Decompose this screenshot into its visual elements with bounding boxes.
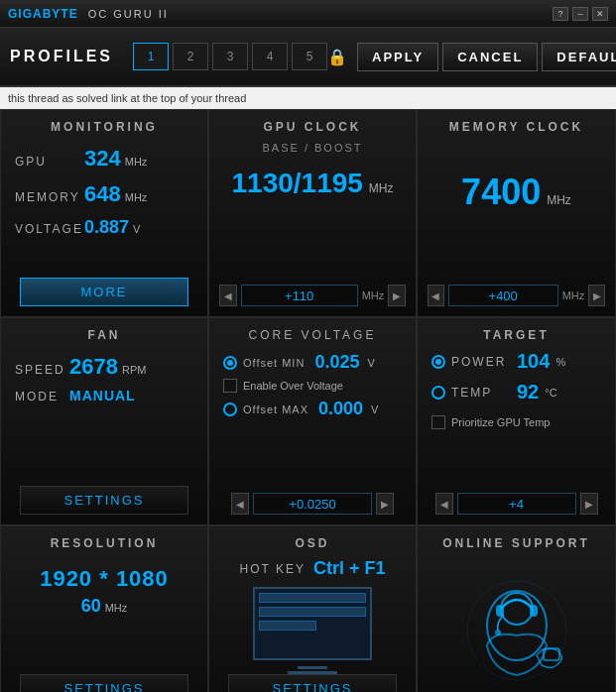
enable-over-checkbox[interactable] — [223, 379, 237, 393]
target-title: TARGET — [428, 328, 605, 342]
profile-tabs: 1 2 3 4 5 — [133, 43, 327, 70]
prioritize-checkbox[interactable] — [431, 415, 445, 429]
osd-settings-button[interactable]: SETTINGS — [228, 674, 397, 692]
offset-max-radio[interactable] — [223, 403, 237, 416]
resolution-value: 1920 * 1080 — [40, 566, 169, 592]
core-voltage-slider-row: ◀ +0.0250 ▶ — [219, 493, 406, 515]
core-voltage-increase-btn[interactable]: ▶ — [376, 493, 394, 515]
osd-preview-line-2 — [259, 607, 366, 617]
ticker-bar: this thread as solved link at the top of… — [0, 87, 616, 109]
target-temp-row: TEMP 92 °C — [428, 381, 605, 404]
memory-clock-unit: MHz — [547, 193, 571, 207]
voltage-unit: V — [133, 223, 140, 235]
ticker-text: this thread as solved link at the top of… — [8, 92, 246, 104]
fan-speed-value: 2678 — [69, 354, 118, 380]
power-label: POWER — [451, 355, 511, 369]
target-decrease-btn[interactable]: ◀ — [435, 493, 453, 515]
memory-clock-value: 7400 — [461, 172, 541, 213]
target-panel: TARGET POWER 104 % TEMP 92 °C Prioritize… — [417, 317, 616, 525]
svg-point-1 — [501, 593, 533, 625]
voltage-value: 0.887 — [84, 217, 129, 238]
title-bar: GIGABYTE OC GURU II ? – ✕ — [0, 0, 616, 28]
fan-mode-label: MODE — [15, 390, 69, 404]
memory-clock-panel: MEMORY CLOCK 7400 MHz ◀ +400 MHz ▶ — [417, 109, 616, 317]
fan-title: FAN — [88, 328, 121, 342]
gpu-value: 324 — [84, 146, 121, 172]
profiles-bar: PROFILES 1 2 3 4 5 🔒 APPLY CANCEL DEFAUL… — [0, 28, 616, 87]
fan-speed-label: SPEED — [15, 363, 69, 377]
online-support-title: ONLINE SUPPORT — [442, 536, 590, 550]
memory-value: 648 — [84, 181, 121, 207]
app-title: OC GURU II — [88, 8, 169, 20]
osd-preview-line-3 — [259, 621, 316, 631]
fan-speed-row: SPEED 2678 RPM — [11, 354, 197, 380]
more-button[interactable]: MORE — [20, 278, 188, 306]
core-voltage-decrease-btn[interactable]: ◀ — [231, 493, 249, 515]
svg-point-6 — [467, 581, 566, 680]
support-icon-area — [452, 558, 581, 692]
minimize-button[interactable]: – — [572, 7, 588, 21]
fan-rows: SPEED 2678 RPM MODE MANUAL — [11, 354, 197, 411]
offset-max-value: 0.000 — [318, 399, 363, 419]
close-button[interactable]: ✕ — [592, 7, 608, 21]
osd-panel: OSD HOT KEY Ctrl + F1 SETTINGS — [208, 525, 417, 692]
fan-mode-value: MANUAL — [69, 388, 136, 404]
window-controls: ? – ✕ — [553, 7, 608, 21]
offset-min-label: Offset MIN — [243, 357, 305, 369]
main-content: MONITORING GPU 324 MHz MEMORY 648 MHz VO… — [0, 109, 616, 692]
resolution-hz: 60 — [81, 596, 101, 617]
core-voltage-title: CORE VOLTAGE — [219, 328, 406, 342]
gigabyte-logo: GIGABYTE — [8, 7, 78, 21]
help-button[interactable]: ? — [553, 7, 568, 21]
gpu-clock-decrease-btn[interactable]: ◀ — [219, 285, 237, 306]
memory-clock-slider-unit: MHz — [562, 289, 585, 301]
profile-tab-4[interactable]: 4 — [252, 43, 288, 70]
apply-button[interactable]: APPLY — [357, 43, 438, 71]
header-buttons: 🔒 APPLY CANCEL DEFAULT — [327, 43, 616, 71]
voltage-label: VOLTAGE — [15, 222, 84, 236]
gpu-clock-title: GPU CLOCK — [264, 120, 362, 134]
lock-icon: 🔒 — [327, 48, 347, 66]
hotkey-value: Ctrl + F1 — [313, 558, 386, 579]
cancel-button[interactable]: CANCEL — [442, 43, 538, 71]
temp-unit: °C — [545, 387, 556, 399]
offset-min-radio[interactable] — [223, 356, 237, 370]
profile-tab-2[interactable]: 2 — [173, 43, 208, 70]
memory-clock-decrease-btn[interactable]: ◀ — [428, 285, 444, 306]
resolution-settings-button[interactable]: SETTINGS — [20, 674, 188, 692]
target-slider-row: ◀ +4 ▶ — [428, 493, 605, 515]
voltage-row: VOLTAGE 0.887 V — [11, 217, 197, 238]
gpu-clock-slider-unit: MHz — [362, 289, 385, 301]
core-voltage-panel: CORE VOLTAGE Offset MIN 0.025 V Enable O… — [208, 317, 417, 525]
monitor-stand — [298, 666, 327, 670]
fan-speed-unit: RPM — [122, 364, 146, 376]
default-button[interactable]: DEFAULT — [542, 43, 616, 71]
fan-settings-button[interactable]: SETTINGS — [20, 486, 188, 515]
profile-tab-3[interactable]: 3 — [212, 43, 248, 70]
memory-row: MEMORY 648 MHz — [11, 181, 197, 207]
svg-rect-3 — [530, 605, 538, 617]
target-slider-display: +4 — [457, 493, 576, 515]
gpu-clock-unit: MHz — [369, 181, 394, 195]
memory-clock-slider-row: ◀ +400 MHz ▶ — [428, 285, 605, 306]
enable-over-label: Enable Over Voltage — [243, 380, 343, 392]
target-increase-btn[interactable]: ▶ — [580, 493, 598, 515]
temp-radio[interactable] — [431, 386, 445, 400]
offset-max-row: Offset MAX 0.000 V — [219, 399, 378, 419]
memory-unit: MHz — [125, 191, 148, 203]
resolution-hz-unit: MHz — [105, 602, 128, 614]
memory-clock-increase-btn[interactable]: ▶ — [588, 285, 605, 306]
resolution-title: RESOLUTION — [51, 536, 159, 550]
monitoring-panel: MONITORING GPU 324 MHz MEMORY 648 MHz VO… — [0, 109, 208, 317]
gpu-clock-value: 1130/1195 — [231, 168, 362, 199]
profiles-title: PROFILES — [10, 48, 113, 65]
power-radio[interactable] — [431, 355, 445, 369]
gpu-clock-increase-btn[interactable]: ▶ — [388, 285, 406, 306]
core-voltage-slider-display: +0.0250 — [253, 493, 372, 515]
gpu-clock-slider-row: ◀ +110 MHz ▶ — [219, 285, 406, 306]
hotkey-row: HOT KEY Ctrl + F1 — [240, 558, 386, 579]
temp-label: TEMP — [451, 386, 511, 400]
profile-tab-1[interactable]: 1 — [133, 43, 169, 70]
profile-tab-5[interactable]: 5 — [292, 43, 327, 70]
power-value: 104 — [517, 350, 550, 373]
